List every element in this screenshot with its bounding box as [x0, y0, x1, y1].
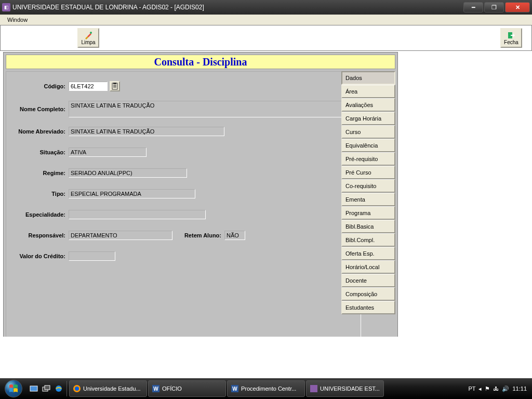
ql-ie-icon[interactable]	[53, 381, 64, 396]
svg-point-0	[90, 32, 92, 34]
tab-horario-local[interactable]: Horário/Local	[341, 260, 395, 274]
limpa-button[interactable]: Limpa	[77, 28, 99, 48]
side-tabs: Dados Área Avaliações Carga Horária Curs…	[341, 71, 395, 314]
svg-point-12	[75, 387, 79, 391]
close-button[interactable]: ✕	[505, 2, 530, 12]
tray-volume-icon[interactable]: 🔊	[502, 385, 509, 392]
start-button[interactable]	[1, 379, 26, 398]
system-tray: PT ◂ ⚑ 🖧 🔊 11:11	[468, 385, 531, 392]
tab-pre-requisito[interactable]: Pré-requisito	[341, 152, 395, 166]
page-header: Consulta - Disciplina	[6, 55, 395, 69]
retem-aluno-input[interactable]	[224, 231, 245, 240]
label-valor-credito: Valor do Crédito:	[6, 253, 69, 259]
windows-taskbar: Universidade Estadu... W OFÍCIO W Proced…	[0, 378, 532, 399]
label-responsavel: Responsável:	[6, 232, 69, 238]
tab-bibl-compl[interactable]: Bibl.Compl.	[341, 233, 395, 247]
firefox-icon	[73, 384, 81, 393]
taskbar-item-firefox[interactable]: Universidade Estadu...	[69, 380, 147, 397]
nome-abreviado-input[interactable]	[69, 127, 224, 136]
windows-logo-icon	[9, 384, 18, 393]
app-icon	[310, 384, 318, 393]
tab-oferta-esp[interactable]: Oferta Esp.	[341, 247, 395, 260]
taskbar-item-word[interactable]: W OFÍCIO	[148, 380, 226, 397]
responsavel-input[interactable]	[69, 231, 172, 240]
tipo-input[interactable]	[69, 189, 195, 198]
maximize-button[interactable]: ❐	[484, 2, 504, 12]
tab-composicao[interactable]: Composição	[341, 287, 395, 301]
label-retem-aluno: Retem Aluno:	[172, 232, 224, 238]
window-titlebar: ◧ UNIVERSIDADE ESTADUAL DE LONDRINA - AG…	[0, 0, 532, 15]
clipboard-icon	[112, 83, 118, 90]
label-nome-completo: Nome Completo:	[6, 106, 69, 112]
tab-equivalencia[interactable]: Equivalência	[341, 139, 395, 152]
tab-ementa[interactable]: Ementa	[341, 193, 395, 206]
tab-programa[interactable]: Programa	[341, 206, 395, 220]
svg-rect-3	[113, 83, 116, 84]
label-codigo: Código:	[6, 83, 69, 89]
situacao-input[interactable]	[69, 148, 147, 157]
especialidade-input[interactable]	[69, 210, 206, 219]
svg-text:W: W	[232, 386, 237, 392]
taskbar-item-app[interactable]: UNIVERSIDADE EST...	[306, 380, 384, 397]
tray-expand-icon[interactable]: ◂	[478, 385, 482, 392]
word-icon: W	[231, 384, 239, 393]
label-especialidade: Especialidade:	[6, 211, 69, 218]
form-panel: Código: Nome Completo: Nome Abreviado: S…	[6, 71, 361, 342]
tab-bibl-basica[interactable]: Bibl.Basica	[341, 220, 395, 233]
tab-docente[interactable]: Docente	[341, 274, 395, 287]
svg-text:W: W	[153, 386, 158, 392]
tab-estudantes[interactable]: Estudantes	[341, 301, 395, 314]
label-situacao: Situação:	[6, 149, 69, 155]
taskbar-item-word2[interactable]: W Procedimento Centr...	[227, 380, 305, 397]
lookup-button[interactable]	[110, 81, 120, 91]
tab-avaliacoes[interactable]: Avaliações	[341, 98, 395, 112]
svg-rect-17	[310, 385, 317, 392]
valor-credito-input[interactable]	[69, 251, 115, 261]
menubar: Window	[0, 15, 532, 25]
regime-input[interactable]	[69, 168, 187, 178]
minimize-button[interactable]: ━	[463, 2, 483, 12]
tray-flag-icon[interactable]: ⚑	[485, 385, 490, 392]
consulta-disciplina-window: Consulta - Disciplina Código: Nome Compl…	[3, 52, 398, 345]
menu-window[interactable]: Window	[3, 16, 32, 24]
nome-completo-input[interactable]	[69, 101, 353, 117]
ql-switch-windows[interactable]	[41, 381, 52, 396]
toolbar: Limpa Fecha	[0, 25, 532, 51]
tray-clock[interactable]: 11:11	[512, 385, 527, 392]
tab-co-requisito[interactable]: Co-requisito	[341, 179, 395, 193]
label-regime: Regime:	[6, 170, 69, 176]
codigo-input[interactable]	[69, 82, 108, 91]
app-icon: ◧	[2, 3, 10, 11]
label-tipo: Tipo:	[6, 191, 69, 197]
svg-rect-7	[30, 386, 37, 391]
tab-dados[interactable]: Dados	[341, 71, 395, 85]
tab-area[interactable]: Área	[341, 85, 395, 98]
tab-pre-curso[interactable]: Pré Curso	[341, 166, 395, 179]
exit-door-icon	[507, 31, 515, 39]
brush-icon	[84, 31, 92, 39]
tab-curso[interactable]: Curso	[341, 125, 395, 139]
language-indicator[interactable]: PT	[468, 385, 475, 392]
tray-network-icon[interactable]: 🖧	[493, 385, 499, 392]
fecha-button[interactable]: Fecha	[500, 28, 522, 48]
label-nome-abreviado: Nome Abreviado:	[6, 128, 69, 135]
page-title: Consulta - Disciplina	[154, 56, 247, 68]
tab-carga-horaria[interactable]: Carga Horária	[341, 112, 395, 125]
word-icon: W	[152, 384, 160, 393]
window-title: UNIVERSIDADE ESTADUAL DE LONDRINA - AGDI…	[12, 4, 463, 11]
svg-rect-9	[45, 385, 50, 390]
ql-show-desktop[interactable]	[28, 381, 39, 396]
